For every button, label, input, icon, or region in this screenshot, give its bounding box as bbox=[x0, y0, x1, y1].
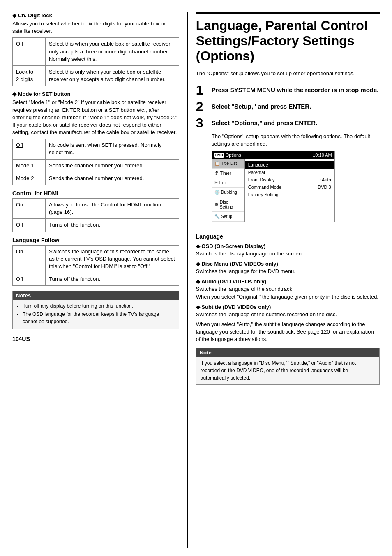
note-item: The OSD language for the recorder keeps … bbox=[23, 310, 175, 325]
options-time: 10:10 AM bbox=[313, 153, 332, 158]
option-off2: Off bbox=[13, 139, 46, 159]
mode-set-title: Mode for SET button bbox=[12, 91, 179, 97]
sidebar-item-discsetting[interactable]: ⚙ Disc Setting bbox=[212, 197, 244, 212]
options-content: Language Parental Front Display : Auto C… bbox=[245, 159, 334, 222]
language-option-label: Language bbox=[248, 162, 268, 167]
titlelist-label: Title List bbox=[221, 161, 237, 166]
osd-subsection: OSD (On-Screen Display) Switches the dis… bbox=[196, 243, 380, 257]
mode-set-desc: Select "Mode 1" or "Mode 2" if your cabl… bbox=[12, 99, 179, 136]
osd-title: OSD (On-Screen Display) bbox=[196, 243, 380, 249]
note-box: Note If you select a language in "Disc M… bbox=[196, 348, 380, 385]
step-1-number: 1 bbox=[196, 83, 208, 97]
table-row: Off Select this when your cable box or s… bbox=[13, 38, 179, 66]
option-lock2: Lock to2 digits bbox=[13, 65, 46, 86]
step-1-text: Press SYSTEM MENU while the recorder is … bbox=[212, 83, 379, 94]
step-1: 1 Press SYSTEM MENU while the recorder i… bbox=[196, 83, 380, 97]
option-off-desc: Select this when your cable box or satel… bbox=[46, 38, 179, 66]
options-body: 📋 Title List ⏱ Timer ✂ Edit 💿 Dubbing bbox=[212, 159, 334, 222]
option-mode1: Mode 1 bbox=[13, 159, 46, 172]
content-frontdisplay[interactable]: Front Display : Auto bbox=[248, 176, 331, 183]
lf-off-desc: Turns off the function. bbox=[46, 273, 179, 286]
options-header: DVD Options 10:10 AM bbox=[212, 151, 334, 159]
options-label: Options bbox=[226, 153, 241, 158]
note-header: Note bbox=[196, 348, 379, 357]
mode-set-section: Mode for SET button Select "Mode 1" or "… bbox=[12, 91, 179, 185]
factorysetting-label: Factory Setting bbox=[248, 192, 279, 197]
titlelist-icon: 📋 bbox=[214, 161, 220, 166]
sidebar-item-setup[interactable]: 🔧 Setup bbox=[212, 212, 244, 222]
step-3-number: 3 bbox=[196, 116, 208, 130]
language-follow-title: Language Follow bbox=[12, 237, 179, 243]
right-column: Language, Parental Control Settings/Fact… bbox=[187, 12, 380, 548]
subtitle-title: Subtitle (DVD VIDEOs only) bbox=[196, 304, 380, 310]
option-lock2-desc: Select this only when your cable box or … bbox=[46, 65, 179, 86]
discmenu-text: Switches the language for the DVD menu. bbox=[196, 268, 380, 275]
notes-content: Turn off any display before turning on t… bbox=[13, 300, 179, 329]
language-follow-section: Language Follow On Switches the language… bbox=[12, 237, 179, 286]
table-row: On Allows you to use the Control for HDM… bbox=[13, 199, 179, 219]
content-language[interactable]: Language bbox=[245, 161, 334, 169]
table-row: Mode 1 Sends the channel number you ente… bbox=[13, 159, 179, 172]
content-commandmode[interactable]: Command Mode : DVD 3 bbox=[248, 183, 331, 191]
lf-off: Off bbox=[13, 273, 46, 286]
page-title: Language, Parental Control Settings/Fact… bbox=[196, 12, 380, 63]
hdmi-on-desc: Allows you to use the Control for HDMI f… bbox=[46, 199, 179, 219]
subtitle-text1: Switches the language of the subtitles r… bbox=[196, 311, 380, 318]
note-content: If you select a language in "Disc Menu,"… bbox=[196, 357, 379, 384]
frontdisplay-label: Front Display bbox=[248, 177, 275, 182]
language-section-title: Language bbox=[196, 233, 380, 240]
disc-label: Disc Setting bbox=[220, 199, 242, 209]
sidebar-item-titlelist[interactable]: 📋 Title List bbox=[212, 159, 244, 169]
table-row: On Switches the language of this recorde… bbox=[13, 245, 179, 273]
option-off2-desc: No code is sent when SET is pressed. Nor… bbox=[46, 139, 179, 159]
note-text: If you select a language in "Disc Menu,"… bbox=[201, 360, 356, 381]
ch-digit-lock-title: Ch. Digit lock bbox=[12, 12, 179, 19]
step-3: 3 Select "Options," and press ENTER. bbox=[196, 116, 380, 130]
options-screen: DVD Options 10:10 AM 📋 Title List ⏱ Time… bbox=[212, 151, 335, 222]
commandmode-value: : DVD 3 bbox=[315, 185, 331, 190]
dubbing-label: Dubbing bbox=[221, 190, 237, 195]
control-hdmi-table: On Allows you to use the Control for HDM… bbox=[12, 198, 179, 232]
notes-header: Notes bbox=[13, 291, 179, 300]
content-parental[interactable]: Parental bbox=[248, 169, 331, 176]
table-row: Mode 2 Sends the channel number you ente… bbox=[13, 172, 179, 185]
lf-on: On bbox=[13, 245, 46, 273]
option-mode1-desc: Sends the channel number you entered. bbox=[46, 159, 179, 172]
disc-icon: ⚙ bbox=[214, 202, 219, 207]
setup-icon: 🔧 bbox=[214, 214, 220, 219]
ch-digit-lock-desc: Allows you to select whether to fix the … bbox=[12, 20, 179, 35]
table-row: Off Turns off the function. bbox=[13, 219, 179, 232]
sidebar-item-edit[interactable]: ✂ Edit bbox=[212, 178, 244, 188]
timer-icon: ⏱ bbox=[214, 171, 219, 176]
divider bbox=[196, 228, 380, 228]
mode-set-table: Off No code is sent when SET is pressed.… bbox=[12, 139, 179, 185]
ch-digit-lock-table: Off Select this when your cable box or s… bbox=[12, 37, 179, 86]
options-header-left: DVD Options bbox=[214, 153, 241, 158]
step-3-text: Select "Options," and press ENTER. bbox=[212, 116, 318, 127]
control-hdmi-section: Control for HDMI On Allows you to use th… bbox=[12, 190, 179, 232]
sidebar-item-dubbing[interactable]: 💿 Dubbing bbox=[212, 188, 244, 197]
language-follow-table: On Switches the language of this recorde… bbox=[12, 245, 179, 286]
audio-title: Audio (DVD VIDEOs only) bbox=[196, 278, 380, 285]
hdmi-off: Off bbox=[13, 219, 46, 232]
discmenu-subsection: Disc Menu (DVD VIDEOs only) Switches the… bbox=[196, 261, 380, 275]
edit-icon: ✂ bbox=[214, 180, 218, 185]
content-factorysetting[interactable]: Factory Setting bbox=[248, 191, 331, 198]
table-row: Lock to2 digits Select this only when yo… bbox=[13, 65, 179, 86]
notes-box: Notes Turn off any display before turnin… bbox=[12, 291, 179, 329]
step-2: 2 Select "Setup," and press ENTER. bbox=[196, 100, 380, 113]
frontdisplay-value: : Auto bbox=[320, 177, 331, 182]
options-sidebar: 📋 Title List ⏱ Timer ✂ Edit 💿 Dubbing bbox=[212, 159, 245, 222]
audio-text: Switches the language of the soundtrack.… bbox=[196, 285, 380, 300]
table-row: Off Turns off the function. bbox=[13, 273, 179, 286]
dvd-badge: DVD bbox=[214, 153, 224, 158]
table-row: Off No code is sent when SET is pressed.… bbox=[13, 139, 179, 159]
page: Ch. Digit lock Allows you to select whet… bbox=[0, 0, 392, 556]
timer-label: Timer bbox=[220, 171, 231, 176]
sidebar-item-timer[interactable]: ⏱ Timer bbox=[212, 169, 244, 178]
audio-subsection: Audio (DVD VIDEOs only) Switches the lan… bbox=[196, 278, 380, 300]
setup-label: Setup bbox=[221, 214, 232, 219]
edit-label: Edit bbox=[219, 180, 227, 185]
step-2-text: Select "Setup," and press ENTER. bbox=[212, 100, 311, 111]
option-mode2-desc: Sends the channel number you entered. bbox=[46, 172, 179, 185]
